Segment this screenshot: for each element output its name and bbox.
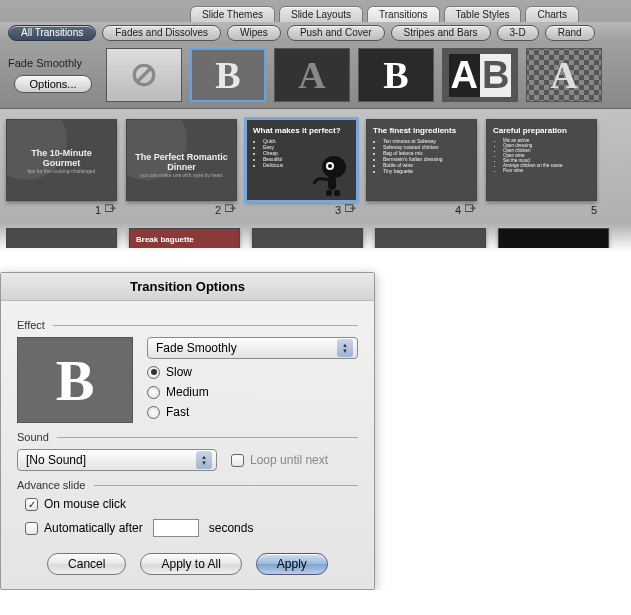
category-random[interactable]: Rand bbox=[545, 25, 595, 41]
updown-arrows-icon: ▲▼ bbox=[337, 339, 353, 357]
transition-options-dialog: Transition Options Effect B Fade Smoothl… bbox=[0, 272, 375, 590]
checkbox-icon bbox=[25, 498, 38, 511]
transition-indicator-icon[interactable] bbox=[465, 204, 477, 216]
tab-slide-themes[interactable]: Slide Themes bbox=[190, 6, 275, 22]
svg-line-1 bbox=[138, 69, 151, 82]
effect-section-label: Effect bbox=[17, 319, 358, 331]
radio-icon bbox=[147, 366, 160, 379]
slide-thumbnail-8[interactable] bbox=[252, 228, 363, 248]
tab-slide-layouts[interactable]: Slide Layouts bbox=[279, 6, 363, 22]
slide-thumbnail-6[interactable] bbox=[6, 228, 117, 248]
slide-thumbnail-10[interactable] bbox=[498, 228, 609, 248]
slide-thumbnail-2[interactable]: The Perfect Romantic Dinner you can make… bbox=[126, 119, 237, 201]
slide-5-bullet: Pour wine bbox=[503, 168, 590, 173]
speed-slow-label: Slow bbox=[166, 365, 192, 379]
slide-thumbnail-1[interactable]: The 10-Minute Gourmet tips for the cooki… bbox=[6, 119, 117, 201]
no-transition-icon bbox=[131, 62, 157, 88]
category-wipes[interactable]: Wipes bbox=[227, 25, 281, 41]
slide-thumbnail-3[interactable]: What makes it perfect? Quick Easy Cheap … bbox=[246, 119, 357, 201]
seconds-label: seconds bbox=[209, 521, 254, 535]
tab-charts[interactable]: Charts bbox=[525, 6, 578, 22]
transition-thumb-none[interactable] bbox=[106, 48, 182, 102]
slide-number-5: 5 bbox=[591, 204, 597, 216]
transition-gallery: Fade Smoothly Options... B A B AB A bbox=[0, 44, 631, 108]
speed-slow-radio[interactable]: Slow bbox=[147, 365, 358, 379]
on-mouse-label: On mouse click bbox=[44, 497, 126, 511]
current-transition-label: Fade Smoothly bbox=[8, 57, 98, 69]
speed-medium-radio[interactable]: Medium bbox=[147, 385, 358, 399]
updown-arrows-icon: ▲▼ bbox=[196, 451, 212, 469]
slide-sorter: The 10-Minute Gourmet tips for the cooki… bbox=[0, 109, 631, 252]
slide-thumbnail-9[interactable] bbox=[375, 228, 486, 248]
slide-thumbnail-7[interactable]: Break baguette bbox=[129, 228, 240, 248]
loop-until-next-checkbox[interactable]: Loop until next bbox=[231, 453, 328, 467]
speed-fast-label: Fast bbox=[166, 405, 189, 419]
effect-popup-value: Fade Smoothly bbox=[156, 341, 237, 355]
slide-number-2: 2 bbox=[215, 204, 221, 216]
svg-rect-7 bbox=[328, 176, 336, 190]
speed-medium-label: Medium bbox=[166, 385, 209, 399]
radio-icon bbox=[147, 406, 160, 419]
slide-number-4: 4 bbox=[455, 204, 461, 216]
svg-point-6 bbox=[328, 164, 332, 168]
sound-popup-value: [No Sound] bbox=[26, 453, 86, 467]
options-button[interactable]: Options... bbox=[14, 75, 91, 93]
effect-popup[interactable]: Fade Smoothly ▲▼ bbox=[147, 337, 358, 359]
cartoon-character-icon bbox=[312, 154, 352, 198]
on-mouse-click-checkbox[interactable]: On mouse click bbox=[25, 497, 358, 511]
category-all-transitions[interactable]: All Transitions bbox=[8, 25, 96, 41]
dialog-title: Transition Options bbox=[1, 273, 374, 301]
apply-button[interactable]: Apply bbox=[256, 553, 328, 575]
slide-thumbnail-4[interactable]: The finest ingredients Ten minutes at Sa… bbox=[366, 119, 477, 201]
auto-after-label: Automatically after bbox=[44, 521, 143, 535]
transition-thumb-cut[interactable]: B bbox=[358, 48, 434, 102]
split-icon: AB bbox=[449, 54, 512, 97]
transition-thumb-fade-smoothly[interactable]: B bbox=[190, 48, 266, 102]
category-fades-dissolves[interactable]: Fades and Dissolves bbox=[102, 25, 221, 41]
transition-indicator-icon[interactable] bbox=[105, 204, 117, 216]
transition-indicator-icon[interactable] bbox=[225, 204, 237, 216]
slide-number-3: 3 bbox=[335, 204, 341, 216]
tab-transitions[interactable]: Transitions bbox=[367, 6, 440, 22]
category-3d[interactable]: 3-D bbox=[497, 25, 539, 41]
slide-row-partial: Break baguette bbox=[6, 228, 625, 248]
slide-4-title: The finest ingredients bbox=[373, 126, 470, 135]
advance-section-label: Advance slide bbox=[17, 479, 358, 491]
cancel-button[interactable]: Cancel bbox=[47, 553, 126, 575]
formatting-palette: Slide Themes Slide Layouts Transitions T… bbox=[0, 0, 631, 109]
loop-label: Loop until next bbox=[250, 453, 328, 467]
seconds-field[interactable] bbox=[153, 519, 199, 537]
transition-preview: B bbox=[17, 337, 133, 423]
slide-4-bullet: Tiny baguette bbox=[383, 168, 470, 174]
svg-rect-8 bbox=[326, 190, 332, 196]
auto-after-checkbox[interactable]: Automatically after seconds bbox=[25, 519, 358, 537]
transition-category-row: All Transitions Fades and Dissolves Wipe… bbox=[0, 22, 631, 44]
slide-5-title: Careful preparation bbox=[493, 126, 590, 135]
apply-to-all-button[interactable]: Apply to All bbox=[140, 553, 241, 575]
slide-thumbnail-5[interactable]: Careful preparation Mix an active Open d… bbox=[486, 119, 597, 201]
slide-3-title: What makes it perfect? bbox=[253, 126, 350, 135]
category-stripes-bars[interactable]: Stripes and Bars bbox=[391, 25, 491, 41]
svg-point-4 bbox=[322, 156, 346, 178]
sound-section-label: Sound bbox=[17, 431, 358, 443]
transition-indicator-icon[interactable] bbox=[345, 204, 357, 216]
svg-rect-9 bbox=[334, 190, 340, 196]
checkbox-icon bbox=[25, 522, 38, 535]
palette-tab-row: Slide Themes Slide Layouts Transitions T… bbox=[0, 0, 631, 22]
radio-icon bbox=[147, 386, 160, 399]
transition-thumb-fade-black[interactable]: A bbox=[274, 48, 350, 102]
checkbox-icon bbox=[231, 454, 244, 467]
transition-thumb-dissolve[interactable]: A bbox=[526, 48, 602, 102]
tab-table-styles[interactable]: Table Styles bbox=[444, 6, 522, 22]
sound-popup[interactable]: [No Sound] ▲▼ bbox=[17, 449, 217, 471]
category-push-cover[interactable]: Push and Cover bbox=[287, 25, 385, 41]
transition-thumb-split[interactable]: AB bbox=[442, 48, 518, 102]
slide-number-1: 1 bbox=[95, 204, 101, 216]
speed-fast-radio[interactable]: Fast bbox=[147, 405, 358, 419]
